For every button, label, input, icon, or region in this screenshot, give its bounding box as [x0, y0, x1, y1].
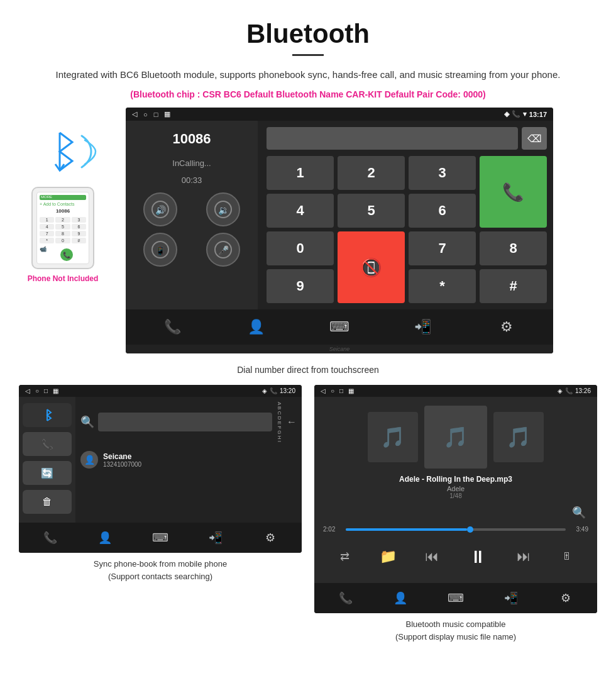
bottom-row: ◁ ○ □ ▦ ◈ 📞 13:20 — [0, 385, 616, 648]
music-search-icon[interactable]: 🔍 — [572, 506, 586, 519]
phonebook-item: ◁ ○ □ ▦ ◈ 📞 13:20 — [13, 385, 308, 648]
music-home-nav: ○ — [331, 387, 334, 394]
music-call-icon: 📞 — [565, 387, 573, 394]
nav-square-icon: □ — [154, 111, 158, 118]
dial-key-5[interactable]: 5 — [338, 194, 405, 228]
answer-call-button[interactable]: 📞 — [480, 156, 547, 228]
music-back-nav: ◁ — [321, 387, 326, 394]
svg-text:🔊: 🔊 — [155, 205, 167, 216]
album-art-next: 🎵 — [493, 412, 544, 462]
phonebook-caption-1: Sync phone-book from mobile phone — [94, 559, 227, 569]
pb-sync-btn[interactable]: 🔄 — [23, 461, 72, 485]
end-call-button[interactable]: 📵 — [338, 231, 405, 303]
music-folder-btn[interactable]: 📁 — [377, 545, 400, 568]
music-loc-icon: ◈ — [558, 387, 563, 394]
page-description: Integrated with BC6 Bluetooth module, su… — [38, 67, 578, 82]
pb-delete-btn[interactable]: 🗑 — [23, 490, 72, 514]
music-nav-calls[interactable]: 📞 — [334, 587, 357, 609]
pb-content: 🔍 A B C D E F G H I ← 👤 Seicane 13241007… — [75, 397, 302, 523]
music-screen: ◁ ○ □ ▦ ◈ 📞 13:26 🎵 🎵 🎵 — [314, 385, 597, 613]
backspace-button[interactable]: ⌫ — [522, 127, 547, 150]
music-prev-btn[interactable]: ⏮ — [421, 545, 443, 568]
dial-key-7[interactable]: 7 — [409, 231, 476, 265]
pb-bluetooth-btn[interactable] — [23, 403, 72, 427]
music-caption-1: Bluetooth music compatible — [406, 619, 506, 629]
music-info: Adele - Rolling In the Deep.mp3 Adele 1/… — [399, 475, 512, 499]
dial-pad: 1 2 3 📞 4 5 6 0 📵 7 8 9 * # — [267, 156, 547, 303]
dial-key-3[interactable]: 3 — [409, 156, 476, 190]
music-caption-2: (Support display music file name) — [395, 632, 516, 641]
music-main: 🎵 🎵 🎵 Adele - Rolling In the Deep.mp3 Ad… — [314, 397, 597, 583]
phone-mock: MORE + Add to Contacts 10086 123 456 789… — [31, 187, 94, 269]
pb-phone-btn[interactable]: 📞 — [23, 432, 72, 456]
nav-transfer-icon[interactable]: 📲 — [410, 314, 436, 340]
mute-button[interactable]: 🎤 — [206, 233, 240, 267]
pb-nav-transfer[interactable]: 📲 — [204, 526, 227, 549]
music-next-btn[interactable]: ⏭ — [512, 545, 535, 568]
dial-key-0[interactable]: 0 — [267, 231, 334, 265]
call-transfer-button[interactable]: 📱 — [143, 233, 177, 267]
dial-key-4[interactable]: 4 — [267, 194, 334, 228]
dial-key-6[interactable]: 6 — [409, 194, 476, 228]
pb-nav-settings[interactable]: ⚙ — [259, 526, 282, 549]
pb-sidebar: 📞 🔄 🗑 — [19, 397, 75, 523]
pb-sq-nav: □ — [44, 387, 48, 394]
phonebook-caption: Sync phone-book from mobile phone (Suppo… — [87, 553, 233, 587]
phone-aside: MORE + Add to Contacts 10086 123 456 789… — [13, 108, 113, 283]
music-title: Adele - Rolling In the Deep.mp3 — [399, 475, 512, 484]
music-shuffle-btn[interactable]: ⇄ — [334, 545, 356, 568]
dial-key-hash[interactable]: # — [480, 269, 547, 303]
music-progress-bar[interactable] — [346, 528, 566, 531]
dial-status-bar: ◁ ○ □ ▦ ◈ 📞 ▾ 13:17 — [126, 108, 553, 121]
album-art-main: 🎵 — [424, 406, 487, 469]
music-nav-contacts[interactable]: 👤 — [389, 587, 412, 609]
svg-text:🎤: 🎤 — [218, 245, 229, 256]
volume-down-button[interactable]: 🔉 — [206, 192, 240, 226]
dial-key-9[interactable]: 9 — [267, 269, 334, 303]
pb-back-btn[interactable]: ← — [287, 416, 297, 428]
music-nav-transfer[interactable]: 📲 — [500, 587, 522, 609]
pb-loc-icon: ◈ — [262, 387, 267, 394]
pb-nav-dialpad[interactable]: ⌨ — [149, 526, 172, 549]
music-progress-fill — [346, 528, 467, 531]
pb-nav-calls[interactable]: 📞 — [39, 526, 62, 549]
pb-contact-row[interactable]: 👤 Seicane 13241007000 — [80, 447, 297, 472]
pb-search-row: 🔍 A B C D E F G H I ← — [80, 402, 297, 442]
music-controls-row: ⇄ 📁 ⏮ ⏸ ⏭ 🎚 — [323, 539, 588, 574]
dial-key-8[interactable]: 8 — [480, 231, 547, 265]
nav-calls-icon[interactable]: 📞 — [160, 314, 185, 340]
phonebook-caption-2: (Support contacts searching) — [108, 572, 212, 581]
dial-input-field[interactable] — [267, 127, 518, 150]
pb-nav-contacts[interactable]: 👤 — [94, 526, 116, 549]
page-header: Bluetooth Integrated with BC6 Bluetooth … — [0, 0, 616, 108]
nav-contacts-icon[interactable]: 👤 — [243, 314, 268, 340]
svg-text:📱: 📱 — [155, 245, 166, 256]
nav-dialpad-icon[interactable]: ⌨ — [327, 314, 352, 340]
music-status-bar: ◁ ○ □ ▦ ◈ 📞 13:26 — [314, 385, 597, 397]
dial-key-1[interactable]: 1 — [267, 156, 334, 190]
volume-up-icon: 🔊 — [151, 201, 169, 218]
nav-settings-icon[interactable]: ⚙ — [494, 314, 519, 340]
watermark: Seicane — [329, 346, 350, 352]
location-icon: ◈ — [504, 110, 509, 118]
in-calling-label: InCalling... — [172, 158, 211, 168]
music-nav-bar: 📞 👤 ⌨ 📲 ⚙ — [314, 583, 597, 613]
volume-up-button[interactable]: 🔊 — [143, 192, 177, 226]
music-sq-nav: □ — [339, 387, 343, 394]
music-nav-dialpad[interactable]: ⌨ — [444, 587, 467, 609]
album-art-prev: 🎵 — [368, 412, 418, 462]
android-dial-screen: ◁ ○ □ ▦ ◈ 📞 ▾ 13:17 10086 InCalling... 0… — [126, 108, 553, 353]
dial-key-2[interactable]: 2 — [338, 156, 405, 190]
music-eq-btn[interactable]: 🎚 — [556, 545, 578, 568]
music-play-btn[interactable]: ⏸ — [464, 543, 492, 570]
phone-not-included-label: Phone Not Included — [28, 274, 99, 283]
pb-time: 13:20 — [280, 387, 295, 394]
dial-left-panel: 10086 InCalling... 00:33 🔊 🔉 — [126, 121, 258, 309]
dial-input-row: ⌫ — [267, 127, 547, 150]
dial-key-star[interactable]: * — [409, 269, 476, 303]
notification-icon: ▦ — [164, 110, 170, 118]
dial-section: MORE + Add to Contacts 10086 123 456 789… — [0, 108, 616, 353]
dial-controls: 🔊 🔉 📱 — [132, 192, 251, 267]
music-nav-settings[interactable]: ⚙ — [554, 587, 577, 609]
pb-search-bar[interactable] — [98, 413, 272, 431]
